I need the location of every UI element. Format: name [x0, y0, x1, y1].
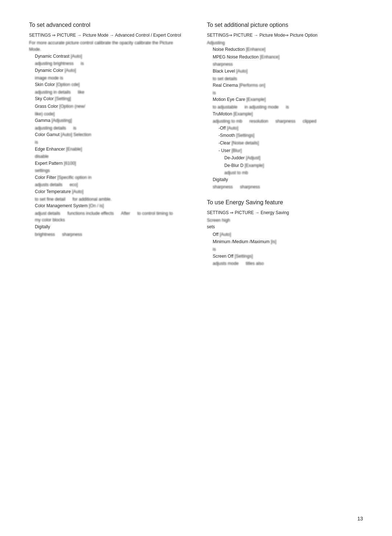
body-line: adjusting brightness [29, 61, 74, 66]
body-line: Edge Enhancer [Enable] [29, 146, 185, 153]
body-line: Skin Color [Option cde] [29, 81, 185, 88]
body-line: Motion Eye Care [Example] [207, 96, 363, 103]
body-line: clipped [297, 119, 317, 124]
body-line: Noise Reduction [Enhance] [207, 46, 363, 53]
body-line: is [68, 126, 77, 131]
body-line: resolution [244, 119, 268, 124]
right-section1-title: To set additional picture options [207, 22, 363, 28]
body-line: - User [Blur] [207, 147, 363, 154]
body-line: in adjusting mode [239, 105, 279, 110]
body-line: sharpness [56, 232, 82, 237]
body-line: to set fine detail [29, 197, 65, 202]
body-line: Grass Color [Option (new/ [29, 103, 185, 110]
body-line: to control timing to [131, 211, 173, 216]
body-line: -Clear [Noise details] [207, 140, 363, 147]
right-section2-content: Screen high sets Off [Auto] Minimum /Med… [207, 217, 363, 267]
body-line: sharpness [207, 184, 233, 189]
body-line: adjusting in details [29, 90, 71, 95]
body-line: -Off [Auto] [207, 125, 363, 132]
body-line: After [115, 211, 130, 216]
body-line: sharpness [207, 62, 233, 67]
body-line: is [29, 140, 38, 145]
body-line: adjust to mb [207, 170, 248, 175]
body-line: For more accurate picture control [29, 40, 93, 45]
body-line: Color Filter [Specific option in [29, 174, 185, 181]
body-line: is [75, 61, 84, 66]
body-line: adjusts mode [207, 261, 238, 266]
body-line: like) code] [29, 111, 55, 116]
body-line: to adjustable [207, 105, 237, 110]
body-line: Color Gamut [Auto] Selection [29, 131, 185, 138]
body-line: is [280, 105, 289, 110]
right-section2-path: SETTINGS ⇒ PICTURE → Energy Saving [207, 209, 363, 216]
body-line: sharpness [270, 119, 295, 124]
body-line: to set details [207, 76, 237, 81]
body-line: brightness [29, 232, 55, 237]
body-line: for additional amble. [67, 197, 112, 202]
right-section1-path: SETTINGS⇒ PICTURE → Picture Mode⇒ Pictur… [207, 32, 363, 39]
body-line: Sky Color [Setting] [29, 95, 185, 102]
body-line: eco] [64, 182, 78, 187]
body-line: functions include effects [62, 211, 114, 216]
body-line: settings [29, 168, 50, 173]
body-line: is [207, 90, 216, 95]
body-line: adjust details [29, 211, 60, 216]
body-line: Black Level [Auto] [207, 68, 363, 75]
right-section2-title: To use Energy Saving feature [207, 199, 363, 206]
body-line: Screen high [207, 218, 230, 223]
body-line: Off [Auto] [207, 231, 363, 238]
body-line: Expert Pattern [6100] [29, 160, 185, 167]
body-line: titles also [240, 261, 264, 266]
body-line: image mode is [29, 75, 63, 81]
body-line: Gamma [Adjusting] [29, 117, 185, 124]
right-section1-content: Adjusting Noise Reduction [Enhance] MPEG… [207, 40, 363, 191]
body-line: adjusting details [29, 126, 66, 131]
body-line: Minimum /Medium /Maximum [is] [207, 238, 363, 245]
page-number: 13 [357, 516, 363, 521]
body-line: Adjusting [207, 40, 225, 45]
body-line: Dynamic Contrast [Auto] [29, 53, 185, 60]
body-line: MPEG Noise Reduction [Enhance] [207, 54, 363, 61]
page-layout: To set advanced control SETTINGS ⇒ PICTU… [29, 22, 363, 267]
body-line: adjusts details [29, 182, 62, 187]
body-line: adjusting to mb [207, 119, 242, 124]
body-line: Real Cinema [Performs on] [207, 82, 363, 89]
body-line: Screen Off [Settings] [207, 253, 363, 260]
body-line: Digitally [29, 224, 185, 230]
right-section2: To use Energy Saving feature SETTINGS ⇒ … [207, 199, 363, 267]
left-section1-content: For more accurate picture control calibr… [29, 40, 185, 238]
body-line: Color Management System [On / is] [29, 202, 185, 209]
body-line: Color Temperature [Auto] [29, 188, 185, 195]
body-line: calibrate the opacity [94, 40, 133, 45]
body-line: Dynamic Color [Auto] [29, 67, 185, 74]
body-line: disable [29, 154, 49, 159]
body-line: like [72, 90, 84, 95]
left-section1-title: To set advanced control [29, 22, 185, 28]
body-line: sharpness [234, 184, 260, 189]
body-line: De-Judder [Adjust] [207, 155, 363, 161]
body-line: is [207, 247, 216, 252]
body-line: sets [207, 224, 363, 230]
body-line: De-Blur D [Example] [207, 162, 363, 169]
body-line: my color blocks [29, 217, 65, 222]
body-line: TruMotion [Example] [207, 111, 363, 118]
right-column: To set additional picture options SETTIN… [207, 22, 363, 267]
body-line: Digitally [207, 176, 363, 183]
left-section1-path: SETTINGS ⇒ PICTURE → Picture Mode → Adva… [29, 32, 185, 39]
body-line: -Smooth [Settings] [207, 132, 363, 139]
left-column: To set advanced control SETTINGS ⇒ PICTU… [29, 22, 185, 267]
